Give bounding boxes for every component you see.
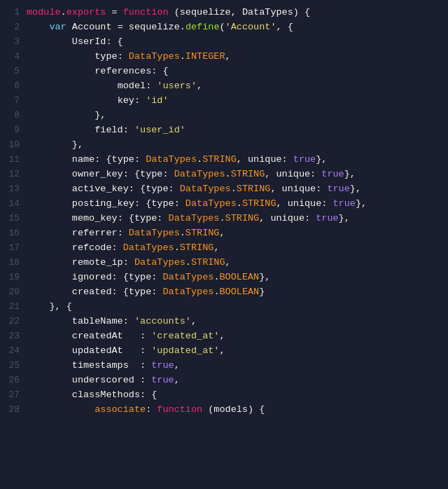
code-editor: 1234567891011121314151617181920212223242… — [0, 0, 448, 489]
code-token: DataTypes — [129, 50, 180, 64]
code-token: ) { — [293, 6, 310, 20]
code-token — [27, 241, 72, 256]
code-line: UserId: { — [27, 35, 448, 50]
line-number: 16 — [0, 226, 20, 241]
code-token — [27, 35, 72, 50]
code-token: true — [151, 359, 174, 373]
code-token: . — [214, 285, 219, 300]
code-token: 'Account' — [225, 20, 276, 35]
code-token: ( — [202, 403, 214, 418]
code-token: STRING — [202, 153, 237, 167]
code-line: referrer: DataTypes.STRING, — [27, 226, 448, 241]
code-token: DataTypes — [146, 153, 197, 167]
code-token: sequelize — [129, 20, 180, 35]
code-token — [27, 153, 72, 167]
code-token: : { — [112, 270, 129, 285]
code-token: function — [157, 403, 202, 418]
code-token: . — [219, 212, 225, 226]
code-token: DataTypes — [186, 197, 237, 212]
code-token: : — [169, 182, 180, 197]
code-line: tableName: 'accounts', — [27, 315, 448, 329]
code-token: DataTypes — [162, 285, 214, 300]
code-token: exports — [66, 6, 106, 20]
code-line: module.exports = function (sequelize, Da… — [27, 6, 448, 20]
code-token: , { — [276, 20, 293, 35]
code-line: refcode: DataTypes.STRING, — [27, 241, 448, 256]
code-token: define — [186, 20, 220, 35]
code-token: unique — [248, 153, 282, 167]
code-line: active_key: {type: DataTypes.STRING, uni… — [27, 182, 448, 197]
code-token: unique — [288, 197, 322, 212]
code-token: referrer — [72, 226, 118, 241]
code-token: : { — [118, 212, 134, 226]
line-number: 18 — [0, 256, 20, 270]
code-token: ) { — [248, 403, 265, 418]
code-token — [27, 79, 118, 94]
line-number: 24 — [0, 344, 20, 359]
code-line: ignored: {type: DataTypes.BOOLEAN}, — [27, 270, 448, 285]
code-token: . — [61, 6, 66, 20]
code-token: STRING — [225, 212, 260, 226]
code-token: . — [174, 241, 180, 256]
line-number: 14 — [0, 197, 20, 212]
code-line: var Account = sequelize.define('Account'… — [27, 20, 448, 35]
code-token: . — [214, 270, 219, 285]
code-token: , — [197, 79, 202, 94]
code-token: : — [134, 153, 146, 167]
code-token: , — [270, 182, 281, 197]
code-token: }, — [72, 138, 83, 153]
code-token: STRING — [191, 256, 225, 270]
code-token: }, — [344, 167, 356, 182]
code-token: : { — [129, 182, 146, 197]
code-token: , — [276, 197, 288, 212]
code-token: : { — [123, 167, 140, 182]
code-line: }, { — [27, 300, 448, 315]
line-number: 5 — [0, 64, 20, 79]
code-token: } — [259, 285, 265, 300]
code-line: remote_ip: DataTypes.STRING, — [27, 256, 448, 270]
code-token: }, — [316, 153, 327, 167]
code-token: , — [225, 50, 231, 64]
code-token: model — [118, 79, 146, 94]
line-number: 12 — [0, 167, 20, 182]
code-token: underscored — [72, 373, 134, 388]
code-content: module.exports = function (sequelize, Da… — [27, 0, 448, 489]
code-token: : — [129, 359, 151, 373]
code-token: memo_key — [72, 212, 118, 226]
code-token — [27, 256, 72, 270]
code-token: : — [304, 212, 316, 226]
code-line: underscored : true, — [27, 373, 448, 388]
code-token: DataTypes — [162, 270, 214, 285]
code-token: . — [197, 153, 202, 167]
code-token: sequelize — [180, 6, 231, 20]
code-token: : — [118, 226, 129, 241]
code-token: ignored — [72, 270, 112, 285]
code-token: module — [27, 6, 61, 20]
code-token: , — [219, 226, 225, 241]
code-token: STRING — [231, 167, 265, 182]
code-token: unique — [276, 167, 311, 182]
code-token — [27, 285, 72, 300]
code-line: classMethods: { — [27, 388, 448, 403]
line-number: 8 — [0, 109, 20, 123]
code-token — [27, 359, 72, 373]
code-token: , — [174, 359, 180, 373]
code-token: 'user_id' — [134, 123, 186, 138]
code-token: , — [191, 315, 197, 329]
code-token: UserId — [72, 35, 106, 50]
code-token: type — [129, 285, 151, 300]
code-token: type — [151, 197, 174, 212]
code-token: tableName — [72, 315, 123, 329]
code-token: updatedAt — [72, 344, 123, 359]
code-token: STRING — [186, 226, 220, 241]
code-token: field — [94, 123, 123, 138]
code-token: . — [237, 197, 242, 212]
line-number: 25 — [0, 359, 20, 373]
code-token: : — [151, 285, 162, 300]
code-token: type — [146, 182, 168, 197]
code-line: updatedAt : 'updated_at', — [27, 344, 448, 359]
code-token: type — [129, 270, 151, 285]
code-token: : — [112, 241, 123, 256]
code-token: type — [134, 212, 157, 226]
code-token: createdAt — [72, 329, 123, 344]
